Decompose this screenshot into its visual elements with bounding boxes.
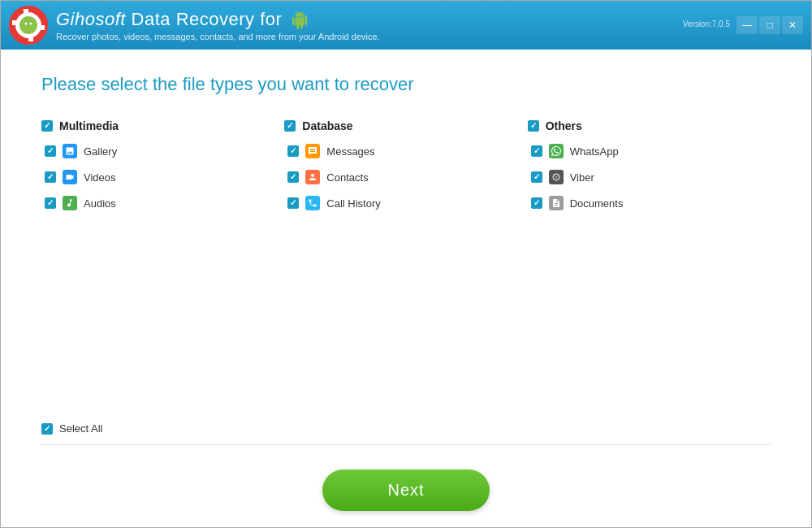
next-button[interactable]: Next [322,470,489,511]
messages-icon [305,144,320,158]
item-contacts: Contacts [284,170,527,184]
label-videos: Videos [84,171,116,184]
app-name-italic: Gihosoft [56,9,126,29]
main-window: Gihosoft Data Recovery for Recover photo… [0,0,812,528]
checkbox-documents[interactable] [531,197,542,209]
item-audios: Audios [41,196,284,210]
label-others: Others [546,119,582,132]
checkbox-gallery[interactable] [45,145,56,157]
app-name: Gihosoft Data Recovery for [56,9,380,30]
label-documents: Documents [570,197,624,210]
label-viber: Viber [570,171,594,184]
documents-icon [549,196,564,210]
label-contacts: Contacts [326,171,368,184]
checkbox-select-all[interactable] [41,423,53,435]
checkbox-messages[interactable] [287,145,299,157]
app-logo [9,6,48,45]
checkbox-multimedia[interactable] [41,120,53,132]
item-whatsapp: WhatsApp [528,144,771,158]
label-multimedia: Multimedia [59,119,119,132]
callhistory-icon [305,196,320,210]
item-callhistory: Call History [284,196,527,210]
title-bar: Gihosoft Data Recovery for Recover photo… [1,1,811,50]
label-gallery: Gallery [84,145,117,158]
label-callhistory: Call History [326,197,380,210]
page-title: Please select the file types you want to… [41,74,771,95]
gallery-icon [63,144,77,158]
checkbox-contacts[interactable] [287,171,299,183]
bottom-section: Select All Next [41,422,771,511]
app-subtitle: Recover photos, videos, messages, contac… [56,32,380,41]
category-header-database: Database [284,119,527,132]
item-messages: Messages [284,144,527,158]
maximize-button[interactable]: □ [759,16,780,34]
svg-text:V: V [555,175,558,180]
item-documents: Documents [528,196,771,210]
audio-icon [63,196,77,210]
category-others: Others WhatsApp V Viber [528,119,771,210]
category-header-multimedia: Multimedia [41,119,284,132]
checkbox-videos[interactable] [45,171,56,183]
window-controls: — □ ✕ [736,16,803,34]
checkbox-callhistory[interactable] [287,197,299,209]
item-gallery: Gallery [41,144,284,158]
label-database: Database [302,119,352,132]
category-multimedia: Multimedia Gallery Videos [41,119,284,210]
checkbox-database[interactable] [284,120,296,132]
category-database: Database Messages Contacts [284,119,527,210]
checkbox-whatsapp[interactable] [531,145,542,157]
svg-rect-10 [24,28,33,33]
contacts-icon [305,170,320,184]
minimize-button[interactable]: — [736,16,758,34]
close-button[interactable]: ✕ [782,16,803,34]
svg-point-7 [30,23,32,25]
title-bar-left: Gihosoft Data Recovery for Recover photo… [9,6,380,45]
version-text: Version:7.0.5 [683,19,730,28]
categories-grid: Multimedia Gallery Videos [41,119,771,210]
checkbox-others[interactable] [528,120,539,132]
content-area: Please select the file types you want to… [1,50,811,527]
svg-point-6 [25,23,28,25]
label-audios: Audios [84,197,116,210]
label-whatsapp: WhatsApp [570,145,619,158]
button-row: Next [41,470,771,511]
app-title-text: Gihosoft Data Recovery for Recover photo… [56,9,380,41]
label-messages: Messages [326,145,374,158]
svg-rect-5 [23,22,34,29]
whatsapp-icon [549,144,564,158]
checkbox-viber[interactable] [531,171,542,183]
select-all-row: Select All [41,422,771,444]
app-name-rest: Data Recovery for [126,9,282,29]
video-icon [63,170,77,184]
title-bar-right: Version:7.0.5 — □ ✕ [683,16,803,34]
category-header-others: Others [528,119,771,132]
select-all-label: Select All [59,422,102,435]
checkbox-audios[interactable] [45,197,56,209]
item-videos: Videos [41,170,284,184]
viber-icon: V [549,170,564,184]
divider [41,444,771,445]
item-viber: V Viber [528,170,771,184]
